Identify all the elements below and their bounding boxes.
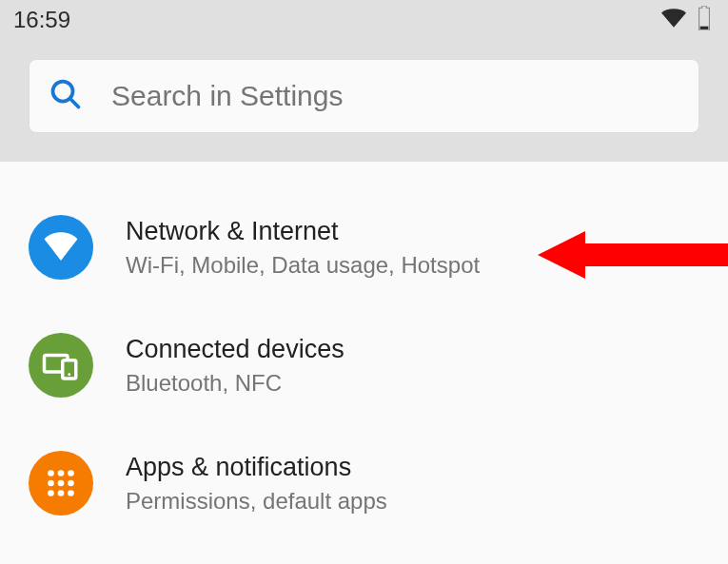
- search-input[interactable]: [111, 80, 679, 112]
- search-box[interactable]: [29, 59, 699, 133]
- devices-icon: [29, 333, 93, 398]
- wifi-signal-icon: [661, 9, 686, 31]
- svg-point-9: [48, 480, 54, 487]
- battery-icon: [698, 6, 711, 34]
- svg-point-12: [48, 490, 54, 496]
- item-subtitle: Permissions, default apps: [126, 488, 387, 515]
- status-icons: [661, 6, 711, 34]
- svg-point-11: [68, 480, 74, 487]
- svg-point-10: [58, 480, 65, 487]
- item-text: Connected devices Bluetooth, NFC: [126, 335, 344, 397]
- settings-item-network[interactable]: Network & Internet Wi-Fi, Mobile, Data u…: [0, 188, 728, 306]
- svg-point-14: [68, 490, 74, 496]
- item-text: Apps & notifications Permissions, defaul…: [126, 453, 387, 515]
- item-text: Network & Internet Wi-Fi, Mobile, Data u…: [126, 217, 480, 279]
- settings-item-apps[interactable]: Apps & notifications Permissions, defaul…: [0, 424, 728, 542]
- item-subtitle: Bluetooth, NFC: [126, 370, 344, 397]
- item-title: Network & Internet: [126, 217, 480, 246]
- svg-point-13: [58, 490, 65, 496]
- search-icon: [49, 77, 83, 115]
- item-subtitle: Wi-Fi, Mobile, Data usage, Hotspot: [126, 252, 480, 279]
- svg-rect-4: [63, 360, 76, 379]
- item-title: Apps & notifications: [126, 453, 387, 482]
- svg-line-2: [70, 99, 79, 107]
- settings-item-connected-devices[interactable]: Connected devices Bluetooth, NFC: [0, 306, 728, 424]
- status-time: 16:59: [13, 7, 70, 33]
- svg-point-6: [48, 470, 54, 476]
- apps-icon: [29, 451, 93, 515]
- search-container: [0, 40, 728, 162]
- wifi-icon: [29, 215, 93, 280]
- svg-rect-0: [700, 27, 709, 29]
- settings-list: Network & Internet Wi-Fi, Mobile, Data u…: [0, 162, 728, 542]
- svg-point-8: [68, 470, 74, 476]
- item-title: Connected devices: [126, 335, 344, 364]
- status-bar: 16:59: [0, 0, 728, 40]
- svg-point-7: [58, 470, 65, 476]
- svg-point-5: [68, 373, 70, 376]
